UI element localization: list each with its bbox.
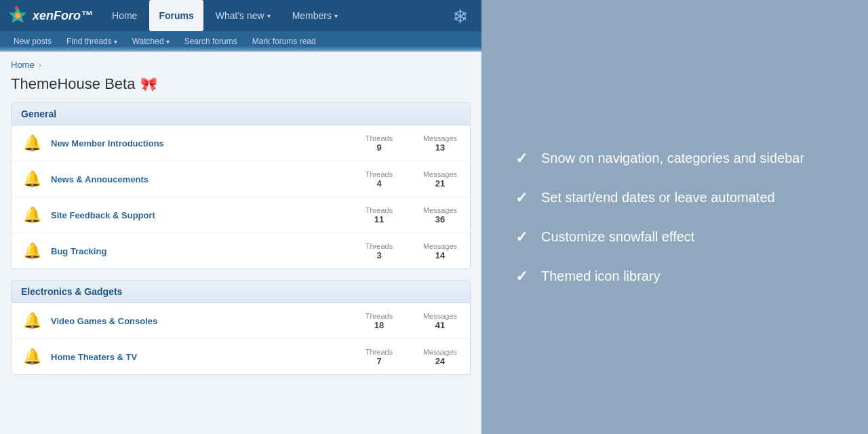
forum-info: New Member Introductions (51, 138, 351, 149)
threads-value: 18 (359, 320, 399, 330)
threads-label: Threads (359, 134, 399, 142)
threads-value: 3 (359, 250, 399, 260)
logo-icon (7, 5, 28, 26)
forum-stats: Threads18Messages41 (359, 312, 460, 330)
category-0: General 🔔 ❄ New Member IntroductionsThre… (11, 102, 471, 269)
svg-point-1 (15, 13, 20, 18)
messages-value: 36 (420, 214, 460, 224)
category-title-0: General (21, 108, 56, 119)
whats-new-chevron: ▾ (267, 12, 271, 20)
logo[interactable]: xenForo™ (7, 5, 93, 26)
messages-stat: Messages14 (420, 242, 460, 260)
threads-value: 7 (359, 356, 399, 366)
messages-label: Messages (420, 134, 460, 142)
bell-grey-icon: 🔔 ❄ (21, 346, 43, 368)
messages-label: Messages (420, 242, 460, 250)
breadcrumb-separator: › (39, 60, 41, 70)
feature-item-3: ✓Themed icon library (515, 267, 834, 285)
forum-name[interactable]: Video Games & Consoles (51, 316, 351, 326)
forum-stats: Threads11Messages36 (359, 206, 460, 224)
forum-info: Home Theaters & TV (51, 352, 351, 362)
messages-stat: Messages21 (420, 170, 460, 189)
messages-value: 13 (420, 142, 460, 153)
table-row: 🔔 ❄ New Member IntroductionsThreads9Mess… (12, 125, 470, 161)
category-header-1: Electronics & Gadgets (12, 281, 470, 303)
feature-text-3: Themed icon library (541, 267, 660, 285)
messages-label: Messages (420, 206, 460, 214)
category-1: Electronics & Gadgets 🔔 ❄ Video Games & … (11, 280, 471, 375)
threads-label: Threads (359, 170, 399, 178)
subnav-watched[interactable]: Watched ▾ (125, 34, 176, 49)
threads-value: 4 (359, 178, 399, 189)
find-threads-chevron: ▾ (114, 38, 117, 45)
snowflake-decoration: ❄ (452, 5, 468, 28)
forum-stats: Threads9Messages13 (359, 134, 460, 153)
categories-list: General 🔔 ❄ New Member IntroductionsThre… (11, 102, 471, 375)
feature-item-1: ✓Set start/end dates or leave automated (515, 188, 834, 207)
svg-rect-2 (15, 6, 18, 9)
messages-value: 14 (420, 250, 460, 260)
forum-name[interactable]: Home Theaters & TV (51, 352, 351, 362)
check-icon-2: ✓ (515, 229, 528, 246)
messages-label: Messages (420, 348, 460, 356)
breadcrumb-home[interactable]: Home (11, 60, 35, 70)
category-header-0: General (12, 103, 470, 125)
feature-item-0: ✓Snow on navigation, categories and side… (515, 149, 834, 167)
forum-stats: Threads3Messages14 (359, 242, 460, 260)
subnav-find-threads[interactable]: Find threads ▾ (60, 34, 124, 49)
bell-grey-icon: 🔔 ❄ (21, 168, 43, 190)
logo-text: xenForo™ (33, 9, 93, 23)
threads-stat: Threads11 (359, 206, 399, 224)
feature-text-1: Set start/end dates or leave automated (541, 188, 775, 207)
subnav-mark-read[interactable]: Mark forums read (245, 34, 323, 49)
forum-stats: Threads4Messages21 (359, 170, 460, 189)
left-panel: xenForo™ Home Forums What's new ▾ Member… (0, 0, 481, 434)
table-row: 🔔Site Feedback & SupportThreads11Message… (12, 197, 470, 233)
feature-item-2: ✓Customize snowfall effect (515, 227, 834, 246)
nav-forums[interactable]: Forums (149, 0, 203, 31)
threads-label: Threads (359, 312, 399, 320)
forum-info: Bug Tracking (51, 246, 351, 256)
bell-yellow-icon: 🔔 (21, 204, 43, 226)
forum-name[interactable]: Site Feedback & Support (51, 210, 351, 220)
right-panel: ✓Snow on navigation, categories and side… (481, 0, 868, 434)
check-icon-0: ✓ (515, 150, 528, 167)
messages-label: Messages (420, 312, 460, 320)
nav-members[interactable]: Members ▾ (283, 0, 347, 31)
threads-stat: Threads4 (359, 170, 399, 189)
threads-label: Threads (359, 206, 399, 214)
threads-stat: Threads18 (359, 312, 399, 330)
watched-chevron: ▾ (166, 38, 170, 45)
bell-grey-icon: 🔔 ❄ (21, 132, 43, 154)
threads-stat: Threads7 (359, 348, 399, 366)
threads-value: 9 (359, 142, 399, 153)
forum-info: Site Feedback & Support (51, 210, 351, 220)
check-icon-3: ✓ (515, 268, 528, 285)
subnav-new-posts[interactable]: New posts (7, 34, 58, 49)
breadcrumb: Home › (11, 60, 471, 70)
messages-stat: Messages36 (420, 206, 460, 224)
messages-stat: Messages24 (420, 348, 460, 366)
messages-label: Messages (420, 170, 460, 178)
feature-text-2: Customize snowfall effect (541, 227, 694, 246)
navbar: xenForo™ Home Forums What's new ▾ Member… (0, 0, 481, 31)
threads-value: 11 (359, 214, 399, 224)
feature-text-0: Snow on navigation, categories and sideb… (541, 149, 804, 167)
bow-icon: 🎀 (140, 76, 157, 92)
forum-stats: Threads7Messages24 (359, 348, 460, 366)
forum-name[interactable]: New Member Introductions (51, 138, 351, 149)
threads-stat: Threads9 (359, 134, 399, 153)
subnav-search-forums[interactable]: Search forums (178, 34, 244, 49)
threads-label: Threads (359, 348, 399, 356)
forum-info: News & Annoucements (51, 174, 351, 184)
nav-home[interactable]: Home (102, 0, 146, 31)
forum-name[interactable]: News & Annoucements (51, 174, 351, 184)
forum-name[interactable]: Bug Tracking (51, 246, 351, 256)
threads-stat: Threads3 (359, 242, 399, 260)
members-chevron: ▾ (334, 12, 338, 20)
nav-whats-new[interactable]: What's new ▾ (206, 0, 280, 31)
messages-stat: Messages13 (420, 134, 460, 153)
content-area: Home › ThemeHouse Beta 🎀 General 🔔 ❄ New… (0, 52, 481, 434)
subnav: New posts Find threads ▾ Watched ▾ Searc… (0, 31, 481, 52)
messages-value: 21 (420, 178, 460, 189)
